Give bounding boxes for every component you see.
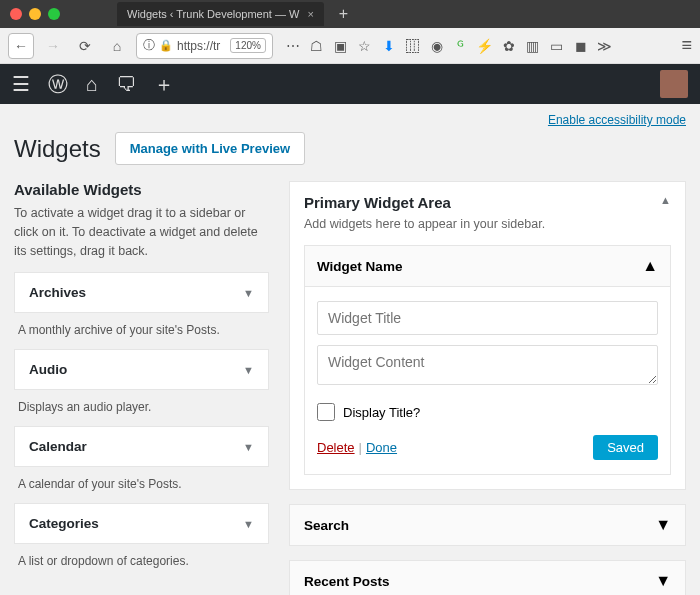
chevron-down-icon: ▼ [243, 364, 254, 376]
browser-tab[interactable]: Widgets ‹ Trunk Development — W × [117, 2, 324, 26]
chevron-up-icon: ▲ [642, 257, 658, 275]
extension-e-icon[interactable]: ◼ [573, 38, 589, 54]
more-icon[interactable]: ⋯ [285, 38, 301, 54]
home-button[interactable]: ⌂ [104, 33, 130, 59]
download-icon[interactable]: ⬇ [381, 38, 397, 54]
accessibility-link-row: Enable accessibility mode [14, 104, 686, 128]
widget-archives[interactable]: Archives ▼ [14, 272, 269, 313]
reader-icon[interactable]: ▣ [333, 38, 349, 54]
site-home-icon[interactable]: ⌂ [86, 73, 98, 96]
widget-label: Recent Posts [304, 574, 390, 589]
star-icon[interactable]: ☆ [357, 38, 373, 54]
widget-area-title: Primary Widget Area [304, 194, 451, 211]
zoom-indicator[interactable]: 120% [230, 38, 266, 53]
done-link[interactable]: Done [366, 440, 397, 455]
page-title: Widgets [14, 135, 101, 163]
widget-label: Calendar [29, 439, 87, 454]
chevron-down-icon: ▼ [243, 287, 254, 299]
panel-icon[interactable]: ▭ [549, 38, 565, 54]
widget-label: Archives [29, 285, 86, 300]
shield-icon[interactable]: ☖ [309, 38, 325, 54]
screenshot-icon[interactable]: ≫ [597, 38, 613, 54]
widget-open: Widget Name ▲ Display Title? Delete | [304, 245, 671, 475]
widget-label: Categories [29, 516, 99, 531]
widget-search[interactable]: Search ▼ [289, 504, 686, 546]
info-icon: ⓘ [143, 37, 155, 54]
close-window-icon[interactable] [10, 8, 22, 20]
extension-c-icon[interactable]: ⚡ [477, 38, 493, 54]
widget-recent-posts[interactable]: Recent Posts ▼ [289, 560, 686, 595]
address-bar[interactable]: ⓘ 🔒 https://tr 120% [136, 33, 273, 59]
widget-audio[interactable]: Audio ▼ [14, 349, 269, 390]
sidebar-icon[interactable]: ▥ [525, 38, 541, 54]
chevron-down-icon: ▼ [655, 516, 671, 534]
chevron-down-icon: ▼ [655, 572, 671, 590]
delete-link[interactable]: Delete [317, 440, 355, 455]
url-text: https://tr [177, 39, 220, 53]
page-content: Enable accessibility mode Widgets Manage… [0, 104, 700, 595]
lock-icon: 🔒 [159, 39, 173, 52]
widget-open-header[interactable]: Widget Name ▲ [305, 246, 670, 287]
comments-icon[interactable]: 🗨 [116, 73, 136, 96]
widget-calendar-desc: A calendar of your site's Posts. [14, 467, 269, 503]
display-title-label: Display Title? [343, 405, 420, 420]
widget-calendar[interactable]: Calendar ▼ [14, 426, 269, 467]
new-tab-button[interactable]: + [339, 5, 348, 23]
accessibility-mode-link[interactable]: Enable accessibility mode [548, 113, 686, 127]
widget-archives-desc: A monthly archive of your site's Posts. [14, 313, 269, 349]
available-widgets-panel: Available Widgets To activate a widget d… [14, 181, 269, 595]
tab-title: Widgets ‹ Trunk Development — W [127, 8, 299, 20]
browser-toolbar: ← → ⟳ ⌂ ⓘ 🔒 https://tr 120% ⋯ ☖ ▣ ☆ ⬇ ⿲ … [0, 28, 700, 64]
window-titlebar: Widgets ‹ Trunk Development — W × + [0, 0, 700, 28]
page-header: Widgets Manage with Live Preview [14, 132, 686, 165]
separator: | [359, 440, 362, 455]
widget-area-desc: Add widgets here to appear in your sideb… [290, 211, 685, 245]
forward-button[interactable]: → [40, 33, 66, 59]
chevron-up-icon[interactable]: ▲ [660, 194, 671, 206]
widget-title-input[interactable] [317, 301, 658, 335]
chevron-down-icon: ▼ [243, 441, 254, 453]
wordpress-logo-icon[interactable]: ⓦ [48, 71, 68, 98]
live-preview-button[interactable]: Manage with Live Preview [115, 132, 305, 165]
minimize-window-icon[interactable] [29, 8, 41, 20]
widget-audio-desc: Displays an audio player. [14, 390, 269, 426]
widget-content-input[interactable] [317, 345, 658, 385]
close-tab-icon[interactable]: × [307, 8, 313, 20]
extension-a-icon[interactable]: ◉ [429, 38, 445, 54]
reload-button[interactable]: ⟳ [72, 33, 98, 59]
widget-label: Search [304, 518, 349, 533]
widget-categories-desc: A list or dropdown of categories. [14, 544, 269, 580]
available-widgets-heading: Available Widgets [14, 181, 269, 198]
extension-d-icon[interactable]: ✿ [501, 38, 517, 54]
user-avatar[interactable] [660, 70, 688, 98]
widget-open-name: Widget Name [317, 259, 402, 274]
saved-badge: Saved [593, 435, 658, 460]
chevron-down-icon: ▼ [243, 518, 254, 530]
widget-label: Audio [29, 362, 67, 377]
display-title-checkbox[interactable] [317, 403, 335, 421]
library-icon[interactable]: ⿲ [405, 38, 421, 54]
maximize-window-icon[interactable] [48, 8, 60, 20]
new-content-icon[interactable]: ＋ [154, 71, 174, 98]
widget-categories[interactable]: Categories ▼ [14, 503, 269, 544]
menu-toggle-icon[interactable]: ☰ [12, 72, 30, 96]
available-widgets-desc: To activate a widget drag it to a sideba… [14, 204, 269, 260]
extension-b-icon[interactable]: ᴳ [453, 38, 469, 54]
wp-admin-bar: ☰ ⓦ ⌂ 🗨 ＋ [0, 64, 700, 104]
back-button[interactable]: ← [8, 33, 34, 59]
widget-area-panel: Primary Widget Area ▲ Add widgets here t… [289, 181, 686, 595]
menu-icon[interactable]: ≡ [681, 35, 692, 56]
